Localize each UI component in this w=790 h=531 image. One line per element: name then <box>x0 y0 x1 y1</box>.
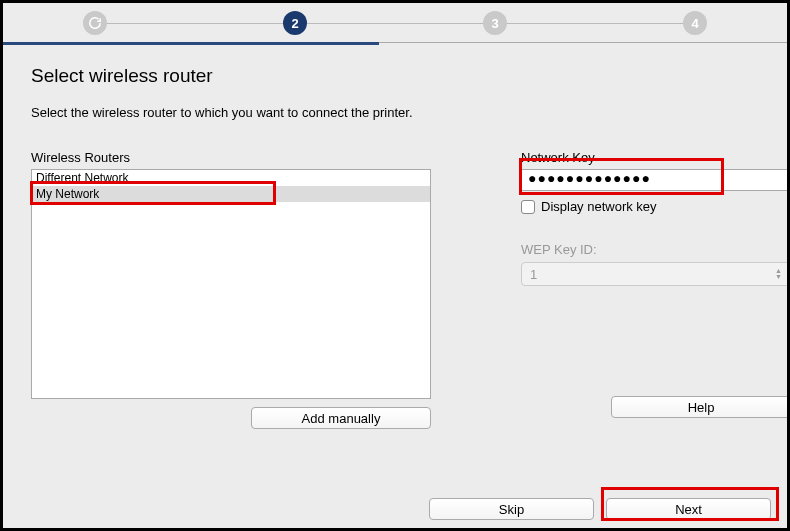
wep-key-label: WEP Key ID: <box>521 242 790 257</box>
display-key-label: Display network key <box>541 199 657 214</box>
step-1 <box>83 11 107 35</box>
page-subtitle: Select the wireless router to which you … <box>31 105 759 120</box>
step-4: 4 <box>683 11 707 35</box>
wep-key-select: 1 ▲▼ <box>521 262 790 286</box>
wep-key-value: 1 <box>530 267 537 282</box>
refresh-check-icon <box>88 16 102 30</box>
stepper: 2 3 4 <box>3 3 787 43</box>
page-title: Select wireless router <box>31 65 759 87</box>
help-button[interactable]: Help <box>611 396 790 418</box>
step-3: 3 <box>483 11 507 35</box>
stepper-line <box>93 23 697 24</box>
network-key-input[interactable]: ●●●●●●●●●●●●● <box>521 169 790 191</box>
display-key-checkbox[interactable] <box>521 200 535 214</box>
next-button[interactable]: Next <box>606 498 771 520</box>
network-key-label: Network Key <box>521 150 790 165</box>
step-2: 2 <box>283 11 307 35</box>
select-arrows-icon: ▲▼ <box>775 268 782 280</box>
router-item[interactable]: My Network <box>32 186 430 202</box>
router-list[interactable]: Different Network My Network <box>31 169 431 399</box>
router-item[interactable]: Different Network <box>32 170 430 186</box>
routers-label: Wireless Routers <box>31 150 431 165</box>
add-manually-button[interactable]: Add manually <box>251 407 431 429</box>
skip-button[interactable]: Skip <box>429 498 594 520</box>
